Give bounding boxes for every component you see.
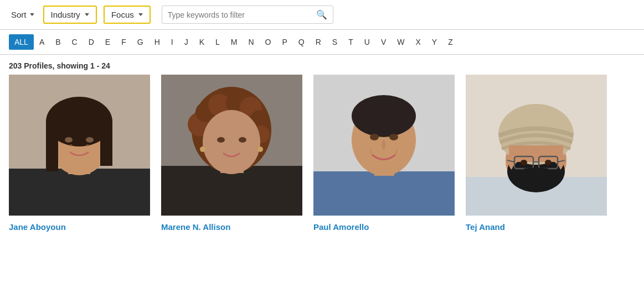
svg-rect-1: [9, 169, 150, 216]
profile-name-2[interactable]: Marene N. Allison: [161, 222, 302, 232]
sort-label: Sort: [11, 10, 27, 19]
svg-point-33: [389, 134, 398, 140]
svg-rect-6: [100, 122, 112, 166]
alpha-btn-t[interactable]: T: [343, 34, 359, 50]
industry-chevron-icon: [85, 13, 89, 16]
focus-label: Focus: [111, 10, 134, 19]
svg-point-23: [217, 137, 225, 143]
alpha-btn-z[interactable]: Z: [442, 34, 458, 50]
svg-rect-44: [509, 145, 563, 162]
alpha-btn-w[interactable]: W: [391, 34, 410, 50]
svg-point-24: [239, 137, 246, 143]
alpha-btn-o[interactable]: O: [260, 34, 277, 50]
svg-point-25: [200, 146, 205, 152]
alpha-btn-d[interactable]: D: [83, 34, 100, 50]
alphabet-nav: ALLABCDEFGHIJKLMNOPQRSTUVWXYZ: [0, 30, 644, 55]
alpha-btn-u[interactable]: U: [359, 34, 375, 50]
profile-card-3[interactable]: Paul Amorello: [313, 75, 455, 232]
toolbar: Sort Industry Focus 🔍: [0, 0, 644, 30]
alpha-btn-e[interactable]: E: [100, 34, 116, 50]
alpha-btn-p[interactable]: P: [277, 34, 293, 50]
profile-image-2: [161, 75, 302, 218]
alpha-btn-l[interactable]: L: [210, 34, 225, 50]
alpha-btn-all[interactable]: ALL: [9, 34, 34, 50]
profile-name-4[interactable]: Tej Anand: [466, 222, 607, 232]
profile-image-1: [9, 75, 150, 218]
svg-point-8: [86, 137, 94, 143]
profile-card-1[interactable]: Jane Aboyoun: [9, 75, 150, 232]
svg-point-26: [257, 146, 263, 152]
svg-point-31: [352, 95, 416, 137]
svg-point-22: [203, 110, 260, 174]
svg-point-10: [86, 144, 89, 146]
alpha-btn-n[interactable]: N: [243, 34, 259, 50]
alpha-btn-x[interactable]: X: [410, 34, 426, 50]
alpha-btn-m[interactable]: M: [225, 34, 243, 50]
svg-point-9: [69, 144, 73, 146]
alpha-btn-r[interactable]: R: [310, 34, 327, 50]
industry-label: Industry: [51, 10, 80, 19]
focus-filter-button[interactable]: Focus: [104, 6, 151, 24]
alpha-btn-b[interactable]: B: [50, 34, 66, 50]
alpha-btn-i[interactable]: I: [166, 34, 179, 50]
alpha-btn-v[interactable]: V: [375, 34, 391, 50]
alpha-btn-h[interactable]: H: [149, 34, 166, 50]
svg-point-51: [545, 160, 552, 165]
sort-button[interactable]: Sort: [9, 7, 37, 23]
sort-chevron-icon: [30, 13, 34, 16]
alpha-btn-a[interactable]: A: [34, 34, 50, 50]
svg-rect-5: [46, 122, 58, 171]
alpha-btn-q[interactable]: Q: [293, 34, 310, 50]
alpha-btn-s[interactable]: S: [327, 34, 343, 50]
search-container: 🔍: [162, 6, 333, 24]
alpha-btn-f[interactable]: F: [116, 34, 132, 50]
svg-rect-28: [313, 171, 455, 216]
svg-point-32: [370, 134, 379, 140]
search-icon: 🔍: [316, 9, 327, 20]
alpha-btn-k[interactable]: K: [194, 34, 210, 50]
alpha-btn-j[interactable]: J: [179, 34, 194, 50]
profiles-grid: Jane Aboyoun Marene N. Allison: [0, 75, 644, 232]
profile-image-4: [466, 75, 607, 218]
profile-name-3[interactable]: Paul Amorello: [313, 222, 455, 232]
profile-card-4[interactable]: Tej Anand: [466, 75, 607, 232]
alpha-btn-y[interactable]: Y: [426, 34, 442, 50]
svg-point-50: [521, 160, 527, 165]
focus-chevron-icon: [138, 13, 143, 16]
search-input[interactable]: [168, 11, 314, 19]
industry-filter-button[interactable]: Industry: [43, 6, 97, 24]
svg-point-7: [65, 137, 73, 143]
alpha-btn-c[interactable]: C: [66, 34, 83, 50]
profile-name-1[interactable]: Jane Aboyoun: [9, 222, 150, 232]
alpha-btn-g[interactable]: G: [132, 34, 149, 50]
profile-count: 203 Profiles, showing 1 - 24: [0, 55, 644, 75]
profile-card-2[interactable]: Marene N. Allison: [161, 75, 302, 232]
profile-image-3: [313, 75, 455, 218]
